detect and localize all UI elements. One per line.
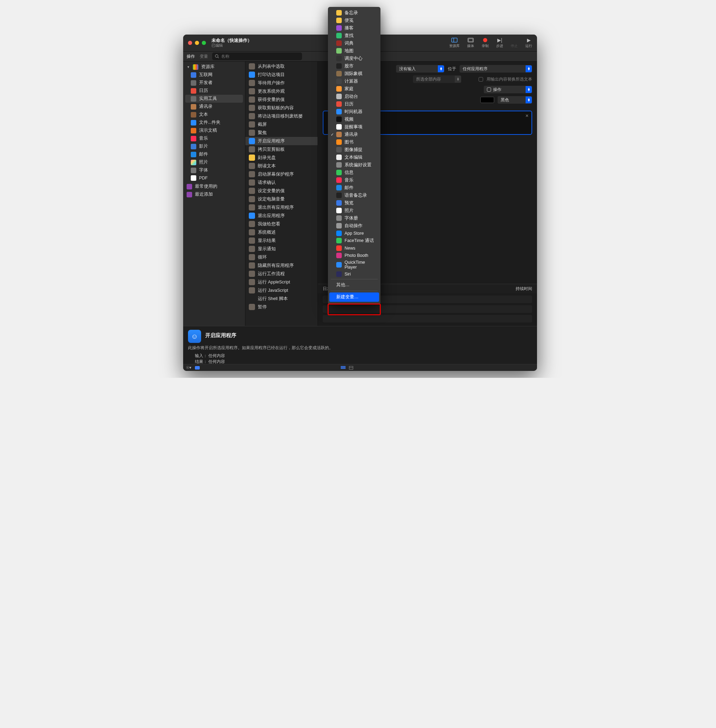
stop-toolbar-button[interactable]: 停止 [511, 37, 518, 49]
dropdown-other[interactable]: 其他… [328, 281, 381, 289]
action-item[interactable]: 获得变量的值 [245, 96, 317, 104]
dropdown-app-item[interactable]: 照片 [328, 207, 381, 214]
sidebar-item[interactable]: 文本 [183, 111, 245, 119]
dropdown-app-item[interactable]: 视频 [328, 116, 381, 123]
action-select[interactable]: 操作 ▲▼ [484, 86, 532, 93]
dropdown-app-item[interactable]: 信息 [328, 169, 381, 176]
dropdown-app-item[interactable]: 调度中心 [328, 55, 381, 62]
action-item[interactable]: 退出应用程序 [245, 211, 317, 220]
action-item[interactable]: 开启应用程序 [245, 137, 317, 145]
dropdown-app-item[interactable]: Photo Booth [328, 252, 381, 259]
run-toolbar-button[interactable]: ▶ 运行 [525, 37, 532, 49]
tab-variables[interactable]: 变量 [200, 53, 208, 59]
sidebar-item[interactable]: 字体 [183, 166, 245, 174]
dropdown-app-item[interactable]: News [328, 245, 381, 252]
sidebar-item[interactable]: 演示文稿 [183, 126, 245, 134]
sidebar-item[interactable]: PDF [183, 174, 245, 182]
action-item[interactable]: 系统概述 [245, 228, 317, 236]
dropdown-app-item[interactable]: 词典 [328, 40, 381, 47]
library-toolbar-button[interactable]: 资源库 [449, 37, 460, 49]
dropdown-app-item[interactable]: 国际象棋 [328, 70, 381, 78]
record-toolbar-button[interactable]: 录制 [482, 37, 488, 49]
dropdown-app-item[interactable]: QuickTime Player [328, 259, 381, 271]
action-item[interactable]: 拷贝至剪贴板 [245, 145, 317, 154]
dropdown-app-item[interactable]: 家庭 [328, 85, 381, 93]
sidebar-item[interactable]: 照片 [183, 158, 245, 166]
action-item[interactable]: 暂停 [245, 303, 317, 311]
color-swatch[interactable] [480, 97, 494, 103]
dropdown-app-item[interactable]: 音乐 [328, 176, 381, 184]
dropdown-app-item[interactable]: 自动操作 [328, 222, 381, 229]
action-item[interactable]: 设定变量的值 [245, 187, 317, 195]
remove-action-button[interactable]: ✕ [525, 113, 529, 118]
minimize-window-button[interactable] [195, 41, 199, 45]
dropdown-app-item[interactable]: 便笺 [328, 17, 381, 24]
dropdown-app-item[interactable]: 备忘录 [328, 9, 381, 17]
dropdown-app-item[interactable]: 文本编辑 [328, 154, 381, 161]
dropdown-app-item[interactable]: 股市 [328, 62, 381, 70]
action-item[interactable]: 退出所有应用程序 [245, 203, 317, 211]
sidebar-item[interactable]: 互联网 [183, 71, 245, 79]
action-item[interactable]: 运行工作流程 [245, 270, 317, 278]
action-item[interactable]: 等待用户操作 [245, 79, 317, 87]
action-item[interactable]: 朗读文本 [245, 162, 317, 170]
dropdown-app-item[interactable]: 查找 [328, 32, 381, 40]
action-item[interactable]: 从列表中选取 [245, 62, 317, 70]
sidebar-item[interactable]: 音乐 [183, 134, 245, 143]
dropdown-app-item[interactable]: 提醒事项 [328, 123, 381, 131]
dropdown-new-variable[interactable]: 新建变量… [329, 292, 379, 302]
dropdown-app-item[interactable]: 字体册 [328, 214, 381, 222]
app-scope-select[interactable]: 任何应用程序 ▲▼ [460, 65, 532, 73]
options-menu-icon[interactable]: ☉▾ [186, 365, 191, 370]
action-item[interactable]: 运行 AppleScript [245, 278, 317, 286]
dropdown-app-item[interactable]: 计算器 [328, 78, 381, 85]
dropdown-app-item[interactable]: 图像捕捉 [328, 146, 381, 154]
close-window-button[interactable] [188, 41, 192, 45]
dropdown-app-item[interactable]: ✓通讯录 [328, 131, 381, 138]
action-item[interactable]: 隐藏所有应用程序 [245, 261, 317, 270]
sidebar-smart-folder[interactable]: 最常使用的 [183, 182, 245, 190]
dropdown-app-item[interactable]: 启动台 [328, 93, 381, 100]
action-item[interactable]: 请求确认 [245, 178, 317, 187]
dropdown-app-item[interactable]: 日历 [328, 100, 381, 108]
sidebar-item[interactable]: 邮件 [183, 150, 245, 158]
zoom-window-button[interactable] [202, 41, 206, 45]
step-toolbar-button[interactable]: ▶| 步进 [496, 37, 503, 49]
dropdown-app-item[interactable]: 时间机器 [328, 108, 381, 116]
dropdown-app-item[interactable]: 播客 [328, 24, 381, 32]
sidebar-root-library[interactable]: ▼ 资源库 [183, 63, 245, 71]
action-item[interactable]: 将访达项目移到废纸篓 [245, 112, 317, 120]
status-pip[interactable] [195, 366, 200, 369]
action-item[interactable]: 显示通知 [245, 245, 317, 253]
sidebar-item[interactable]: 日历 [183, 87, 245, 95]
action-item[interactable]: 循环 [245, 253, 317, 261]
grid-view-icon[interactable] [349, 366, 353, 369]
dropdown-app-item[interactable]: 预览 [328, 199, 381, 207]
list-view-icon[interactable] [341, 366, 346, 369]
action-item[interactable]: 截屏 [245, 120, 317, 129]
dropdown-app-item[interactable]: 地图 [328, 47, 381, 55]
action-item[interactable]: 打印访达项目 [245, 70, 317, 79]
sidebar-item[interactable]: 实用工具 [185, 95, 243, 103]
selection-scope-select[interactable]: 所选全部内容 ▲▼ [413, 75, 461, 83]
action-item[interactable]: 运行 JavaScript [245, 286, 317, 295]
sidebar-item[interactable]: 通讯录 [183, 103, 245, 111]
action-item[interactable]: 获取剪贴板的内容 [245, 104, 317, 112]
replace-checkbox[interactable] [479, 77, 483, 82]
action-item[interactable]: 刻录光盘 [245, 154, 317, 162]
action-item[interactable]: 运行 Shell 脚本 [245, 295, 317, 303]
action-item[interactable]: 我做给您看 [245, 220, 317, 228]
sidebar-item[interactable]: 影片 [183, 143, 245, 150]
color-select[interactable]: 黑色 ▲▼ [498, 96, 532, 104]
dropdown-app-item[interactable]: 语音备忘录 [328, 191, 381, 199]
sidebar-item[interactable]: 开发者 [183, 79, 245, 87]
action-item[interactable]: 设定电脑音量 [245, 195, 317, 203]
dropdown-app-item[interactable]: FaceTime 通话 [328, 237, 381, 245]
action-item[interactable]: 显示结果 [245, 236, 317, 245]
dropdown-app-item[interactable]: 图书 [328, 138, 381, 146]
dropdown-app-item[interactable]: Siri [328, 271, 381, 278]
input-select[interactable]: 没有输入 ▲▼ [396, 65, 444, 73]
dropdown-app-item[interactable]: App Store [328, 229, 381, 237]
action-item[interactable]: 启动屏幕保护程序 [245, 170, 317, 178]
action-item[interactable]: 聚焦 [245, 129, 317, 137]
